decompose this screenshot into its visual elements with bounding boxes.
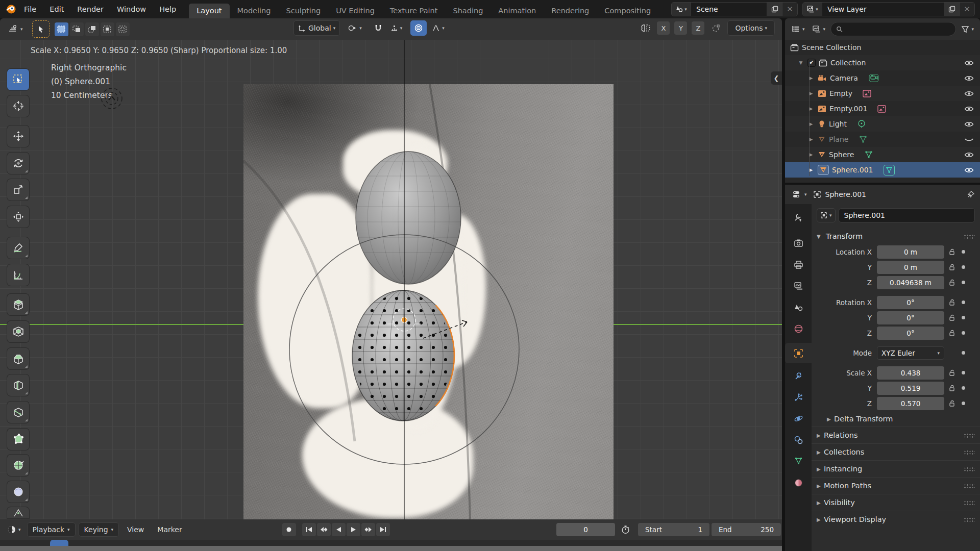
panel-grip-icon[interactable]: [964, 500, 975, 505]
select-mode-invert-button[interactable]: [101, 22, 114, 36]
scale-y-field[interactable]: 0.519: [877, 382, 944, 395]
playback-menu[interactable]: Playback▾: [27, 522, 76, 537]
panel-grip-icon[interactable]: [964, 467, 975, 471]
eye-icon[interactable]: [964, 90, 974, 97]
menu-edit[interactable]: Edit: [43, 0, 70, 18]
tab-compositing[interactable]: Compositing: [597, 4, 658, 18]
object-name-field[interactable]: Sphere.001: [839, 208, 975, 222]
pivot-point-dropdown[interactable]: ▾: [344, 20, 366, 36]
outliner-row-empty-001[interactable]: ▶ Empty.001: [785, 101, 980, 116]
panel-grip-icon[interactable]: [964, 484, 975, 488]
location-z-field[interactable]: 0.049638 m: [877, 276, 944, 289]
tool-poly-build[interactable]: [7, 429, 29, 450]
lock-open-icon[interactable]: [948, 369, 955, 377]
lock-open-icon[interactable]: [948, 330, 955, 337]
tab-rendering[interactable]: Rendering: [544, 4, 597, 18]
outliner-row-light[interactable]: ▶ Light: [785, 116, 980, 132]
options-dropdown[interactable]: Options▾: [727, 20, 775, 36]
tool-extrude-region[interactable]: [7, 294, 29, 315]
animate-dot[interactable]: [962, 316, 965, 319]
preview-range-stopwatch-icon[interactable]: [619, 522, 632, 537]
tool-edge-slide[interactable]: [7, 507, 29, 518]
lock-open-icon[interactable]: [948, 385, 955, 392]
tool-bevel[interactable]: [7, 348, 29, 369]
tab-object-data[interactable]: [785, 451, 812, 471]
snap-magnet-icon[interactable]: [370, 20, 386, 36]
animate-dot[interactable]: [962, 265, 965, 269]
object-id-icon-button[interactable]: ▾: [817, 208, 836, 222]
mirror-y-toggle[interactable]: Y: [674, 21, 687, 35]
eye-closed-icon[interactable]: [964, 136, 974, 143]
tab-particles[interactable]: [785, 387, 812, 407]
view-menu[interactable]: View: [122, 525, 149, 534]
animate-dot[interactable]: [962, 300, 965, 304]
proportional-editing-toggle[interactable]: [410, 20, 427, 36]
animate-dot[interactable]: [962, 351, 965, 355]
visibility-panel[interactable]: ▶ Visibility: [812, 494, 980, 511]
tool-inset-faces[interactable]: [7, 321, 29, 342]
outliner-filter-funnel-dropdown[interactable]: ▾: [959, 21, 976, 37]
tool-knife[interactable]: [7, 402, 29, 423]
tab-scene[interactable]: [785, 297, 812, 317]
outliner-search-input[interactable]: [846, 26, 951, 33]
scale-x-field[interactable]: 0.438: [877, 366, 944, 380]
timeline-track[interactable]: [0, 540, 782, 546]
scale-z-field[interactable]: 0.570: [877, 397, 944, 410]
tab-physics[interactable]: [785, 408, 812, 429]
scene-copy-button[interactable]: [767, 3, 782, 16]
location-x-field[interactable]: 0 m: [877, 245, 944, 259]
editor-type-button[interactable]: ▾: [4, 21, 27, 37]
mirror-x-toggle[interactable]: X: [657, 21, 670, 35]
scene-name[interactable]: Scene: [691, 3, 767, 16]
keying-menu[interactable]: Keying▾: [79, 522, 119, 537]
menu-window[interactable]: Window: [110, 0, 153, 18]
lock-open-icon[interactable]: [948, 400, 955, 407]
outliner-row-plane[interactable]: ▶ Plane: [785, 132, 980, 147]
delta-transform-subpanel[interactable]: ▶ Delta Transform: [812, 411, 980, 427]
tool-scale[interactable]: [7, 179, 29, 201]
outliner-row-empty[interactable]: ▶ Empty: [785, 86, 980, 101]
panel-grip-icon[interactable]: [964, 234, 975, 239]
select-mode-intersect-button[interactable]: [116, 22, 130, 36]
top-sphere[interactable]: [356, 152, 461, 284]
select-mode-subtract-button[interactable]: [85, 22, 99, 36]
play-button[interactable]: [347, 523, 360, 536]
eye-icon[interactable]: [964, 152, 974, 158]
rotation-mode-dropdown[interactable]: XYZ Euler▾: [877, 346, 944, 360]
tab-view-layer[interactable]: [785, 276, 812, 296]
menu-file[interactable]: File: [17, 0, 43, 18]
collections-panel[interactable]: ▶ Collections: [812, 443, 980, 460]
edit-sphere[interactable]: [351, 290, 456, 421]
tab-modifiers[interactable]: [785, 365, 812, 386]
snap-target-icon[interactable]: [707, 20, 724, 36]
tab-world[interactable]: [785, 318, 812, 339]
expand-arrow-icon[interactable]: ▼: [797, 60, 804, 65]
lock-open-icon[interactable]: [948, 279, 955, 286]
snap-settings-dropdown[interactable]: ▾: [386, 20, 407, 36]
tool-annotate[interactable]: [7, 237, 29, 259]
tab-modeling[interactable]: Modeling: [230, 4, 279, 18]
panel-grip-icon[interactable]: [964, 517, 975, 522]
tab-output[interactable]: [785, 254, 812, 274]
timeline-scrollbar[interactable]: [0, 546, 782, 551]
eye-icon[interactable]: [964, 167, 974, 173]
tool-transform[interactable]: [7, 206, 29, 228]
tool-loop-cut[interactable]: [7, 374, 29, 396]
animate-dot[interactable]: [962, 371, 965, 374]
tab-animation[interactable]: Animation: [491, 4, 544, 18]
outliner-display-mode-dropdown[interactable]: ▾: [789, 21, 807, 37]
eye-icon[interactable]: [964, 121, 974, 128]
tab-tool[interactable]: [785, 207, 812, 228]
animate-dot[interactable]: [962, 331, 965, 335]
tab-render[interactable]: [785, 233, 812, 253]
record-button[interactable]: [282, 523, 296, 536]
tab-shading[interactable]: Shading: [445, 4, 491, 18]
frame-end-field[interactable]: End250: [712, 523, 781, 536]
lock-open-icon[interactable]: [948, 314, 955, 321]
view-layer-copy-button[interactable]: [944, 3, 959, 16]
panel-grip-icon[interactable]: [964, 450, 975, 455]
viewport-display-panel[interactable]: ▶ Viewport Display: [812, 511, 980, 528]
lock-open-icon[interactable]: [948, 264, 955, 271]
blender-logo-icon[interactable]: [5, 3, 17, 15]
outliner-row-collection[interactable]: ▼ ✔ Collection: [785, 55, 980, 70]
